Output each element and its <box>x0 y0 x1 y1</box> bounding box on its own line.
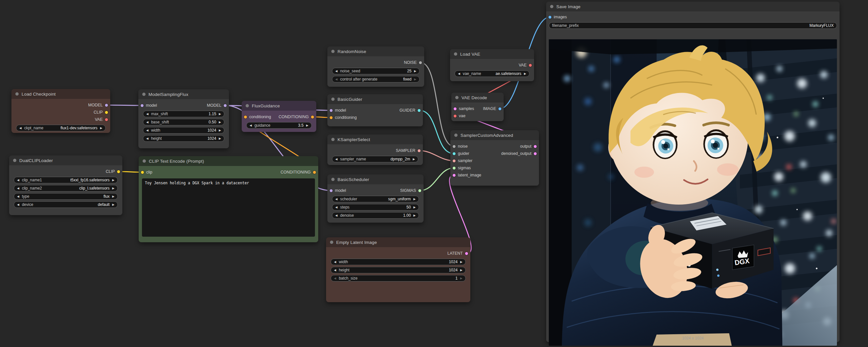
arrow-right-icon[interactable]: ▶ <box>413 206 416 209</box>
input-slot-sampler[interactable] <box>453 160 456 162</box>
widget-ckpt-name[interactable]: ◀ ckpt_name flux1-dev.safetensors ▶ <box>16 125 106 131</box>
widget-base-shift[interactable]: ◀ base_shift 0.50 ▶ <box>143 119 224 125</box>
arrow-right-icon[interactable]: ▶ <box>100 127 102 129</box>
widget-control-after-generate[interactable]: ◀ control after generate fixed ▶ <box>332 76 420 83</box>
widget-filename-prefix[interactable]: filename_prefix MarkuryFLUX <box>549 22 837 29</box>
widget-type[interactable]: ◀ type flux ▶ <box>14 193 118 200</box>
arrow-right-icon[interactable]: ▶ <box>112 195 115 198</box>
arrow-right-icon[interactable]: ▶ <box>306 124 308 127</box>
output-slot-conditioning[interactable] <box>313 171 316 174</box>
node-header[interactable]: RandomNoise <box>328 47 424 56</box>
output-slot-model[interactable] <box>224 104 227 107</box>
arrow-left-icon[interactable]: ◀ <box>17 179 19 182</box>
output-slot-clip[interactable] <box>117 170 120 173</box>
arrow-left-icon[interactable]: ◀ <box>335 78 338 81</box>
node-sampler-custom-advanced[interactable]: SamplerCustomAdvanced noise output guide… <box>451 130 539 185</box>
arrow-right-icon[interactable]: ▶ <box>112 179 115 182</box>
widget-device[interactable]: ◀ device default ▶ <box>14 201 118 208</box>
arrow-right-icon[interactable]: ▶ <box>413 158 415 161</box>
widget-height[interactable]: ◀ height 1024 ▶ <box>143 135 224 142</box>
collapse-dot-icon[interactable] <box>331 138 335 141</box>
arrow-left-icon[interactable]: ◀ <box>334 269 336 272</box>
arrow-left-icon[interactable]: ◀ <box>335 198 338 201</box>
arrow-left-icon[interactable]: ◀ <box>146 129 149 132</box>
arrow-left-icon[interactable]: ◀ <box>146 137 149 140</box>
widget-scheduler[interactable]: ◀ scheduler sgm_uniform ▶ <box>332 196 419 202</box>
output-slot-latent[interactable] <box>465 252 468 255</box>
collapse-dot-icon[interactable] <box>455 96 459 99</box>
widget-steps[interactable]: ◀ steps 50 ▶ <box>332 204 419 210</box>
node-clip-text-encode[interactable]: CLIP Text Encode (Prompt) clip CONDITION… <box>139 156 318 242</box>
widget-vae-name[interactable]: ◀ vae_name ae.safetensors ▶ <box>455 70 529 77</box>
input-slot-images[interactable] <box>549 16 551 19</box>
widget-width[interactable]: ◀ width 1024 ▶ <box>143 127 224 134</box>
node-header[interactable]: CLIP Text Encode (Prompt) <box>139 156 318 166</box>
input-slot-latent-image[interactable] <box>453 174 456 177</box>
output-slot-image[interactable] <box>498 107 501 110</box>
node-save-image[interactable]: Save Image images filename_prefix Markur… <box>546 2 840 342</box>
node-ksampler-select[interactable]: KSamplerSelect SAMPLER ◀ sampler_name dp… <box>328 135 423 165</box>
widget-batch-size[interactable]: ◀ batch_size 1 ▶ <box>331 275 466 282</box>
output-slot-model[interactable] <box>105 104 108 107</box>
widget-height[interactable]: ◀ height 1024 ▶ <box>331 267 466 273</box>
collapse-dot-icon[interactable] <box>246 104 249 107</box>
node-basic-scheduler[interactable]: BasicScheduler model SIGMAS ◀ scheduler … <box>328 174 424 223</box>
widget-width[interactable]: ◀ width 1024 ▶ <box>331 259 466 265</box>
arrow-left-icon[interactable]: ◀ <box>334 277 336 280</box>
arrow-right-icon[interactable]: ▶ <box>219 137 221 140</box>
node-header[interactable]: Load Checkpoint <box>11 89 110 99</box>
node-dual-clip-loader[interactable]: DualCLIPLoader CLIP ◀ clip_name1 t5xxl_f… <box>9 155 122 215</box>
arrow-left-icon[interactable]: ◀ <box>334 261 336 263</box>
collapse-dot-icon[interactable] <box>143 160 146 163</box>
node-basic-guider[interactable]: BasicGuider model GUIDER conditioning <box>328 94 423 126</box>
widget-sampler-name[interactable]: ◀ sampler_name dpmpp_2m ▶ <box>332 156 418 162</box>
node-empty-latent-image[interactable]: Empty Latent Image LATENT ◀ width 1024 ▶… <box>326 237 470 302</box>
node-header[interactable]: BasicScheduler <box>328 174 424 184</box>
arrow-right-icon[interactable]: ▶ <box>219 121 221 124</box>
node-header[interactable]: DualCLIPLoader <box>9 155 122 165</box>
arrow-right-icon[interactable]: ▶ <box>524 73 526 75</box>
input-slot-noise[interactable] <box>453 145 456 148</box>
widget-max-shift[interactable]: ◀ max_shift 1.15 ▶ <box>143 111 224 117</box>
node-header[interactable]: SamplerCustomAdvanced <box>451 130 539 140</box>
widget-clip-name2[interactable]: ◀ clip_name2 clip_l.safetensors ▶ <box>14 185 118 192</box>
input-slot-model[interactable] <box>141 104 144 107</box>
node-header[interactable]: Save Image <box>546 2 840 11</box>
output-slot-noise[interactable] <box>419 61 422 64</box>
output-slot-guider[interactable] <box>417 109 421 112</box>
collapse-dot-icon[interactable] <box>550 5 553 8</box>
arrow-left-icon[interactable]: ◀ <box>335 214 338 217</box>
prompt-textarea[interactable]: Toy Jensen holding a DGX Spark in a data… <box>142 178 315 237</box>
node-header[interactable]: Load VAE <box>450 49 534 59</box>
arrow-right-icon[interactable]: ▶ <box>219 129 221 132</box>
arrow-left-icon[interactable]: ◀ <box>17 203 19 206</box>
arrow-right-icon[interactable]: ▶ <box>413 214 416 217</box>
node-header[interactable]: BasicGuider <box>328 94 423 104</box>
input-slot-model[interactable] <box>330 189 333 192</box>
arrow-left-icon[interactable]: ◀ <box>146 121 149 124</box>
arrow-left-icon[interactable]: ◀ <box>335 158 338 161</box>
arrow-right-icon[interactable]: ▶ <box>219 113 221 116</box>
output-slot-sigmas[interactable] <box>418 189 421 192</box>
collapse-dot-icon[interactable] <box>331 97 335 101</box>
output-slot-sampler[interactable] <box>417 149 421 152</box>
arrow-right-icon[interactable]: ▶ <box>413 198 416 201</box>
arrow-right-icon[interactable]: ▶ <box>460 261 462 263</box>
widget-clip-name1[interactable]: ◀ clip_name1 t5xxl_fp16.safetensors ▶ <box>14 177 118 183</box>
arrow-right-icon[interactable]: ▶ <box>112 203 115 206</box>
arrow-right-icon[interactable]: ▶ <box>460 269 462 272</box>
output-slot-output[interactable] <box>534 145 537 148</box>
input-slot-guider[interactable] <box>453 152 456 155</box>
arrow-right-icon[interactable]: ▶ <box>414 78 416 81</box>
arrow-left-icon[interactable]: ◀ <box>146 113 149 116</box>
node-random-noise[interactable]: RandomNoise NOISE ◀ noise_seed 25 ▶ ◀ co… <box>328 47 424 87</box>
arrow-right-icon[interactable]: ▶ <box>112 187 115 190</box>
node-vae-decode[interactable]: VAE Decode samples IMAGE vae <box>451 93 504 121</box>
output-slot-vae[interactable] <box>529 64 532 67</box>
arrow-left-icon[interactable]: ◀ <box>458 73 460 75</box>
arrow-left-icon[interactable]: ◀ <box>17 187 19 190</box>
node-load-vae[interactable]: Load VAE VAE ◀ vae_name ae.safetensors ▶ <box>450 49 534 81</box>
arrow-left-icon[interactable]: ◀ <box>335 206 338 209</box>
node-header[interactable]: FluxGuidance <box>242 101 316 111</box>
input-slot-clip[interactable] <box>141 171 144 174</box>
